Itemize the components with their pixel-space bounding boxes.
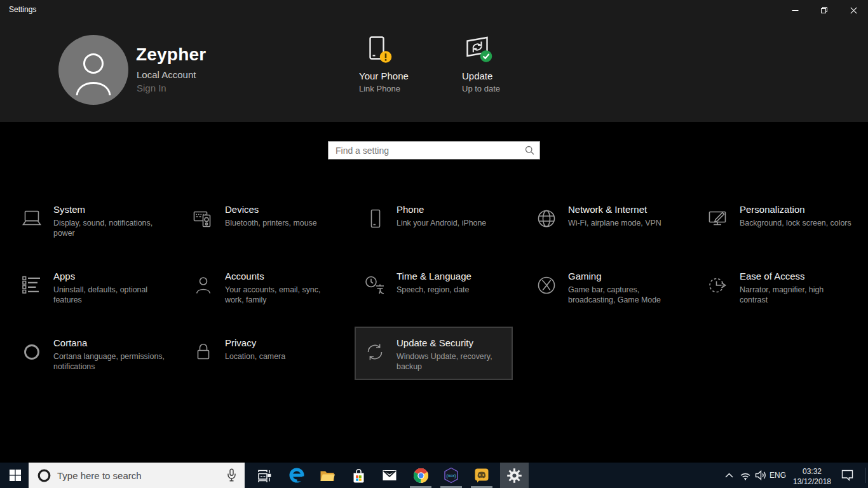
restore-button[interactable] <box>810 0 839 20</box>
tile-subtitle: Speech, region, date <box>397 285 510 295</box>
tile-subtitle: Your accounts, email, sync, work, family <box>225 285 338 305</box>
search-icon[interactable] <box>524 146 539 155</box>
tile-personalization[interactable]: Personalization Background, lock screen,… <box>698 193 856 247</box>
tile-apps[interactable]: Apps Uninstall, defaults, optional featu… <box>11 260 170 313</box>
discord-icon <box>473 467 490 484</box>
gear-icon <box>506 468 522 484</box>
tile-phone[interactable]: Phone Link your Android, iPhone <box>355 193 513 247</box>
ease-of-access-icon <box>707 274 729 296</box>
action-center-button[interactable] <box>837 463 857 488</box>
tray-wifi-button[interactable] <box>738 463 753 488</box>
xbox-icon <box>536 274 557 296</box>
tile-title: Time & Language <box>397 270 513 283</box>
taskbar: Type here to search <box>0 463 868 488</box>
tile-subtitle: Background, lock screen, colors <box>740 218 853 228</box>
person-icon <box>58 35 128 105</box>
taskbar-search[interactable]: Type here to search <box>29 463 245 488</box>
tile-time-language[interactable]: Time & Language Speech, region, date <box>355 260 513 313</box>
wifi-icon <box>740 471 751 480</box>
windows-logo-icon <box>10 470 21 481</box>
cortana-icon <box>37 469 51 482</box>
personalization-icon <box>707 208 729 229</box>
start-button[interactable] <box>0 463 31 488</box>
phone-icon <box>364 208 386 229</box>
tile-subtitle: Link your Android, iPhone <box>397 218 510 228</box>
laptop-icon <box>21 208 43 229</box>
window-title: Settings <box>9 5 36 14</box>
file-explorer-button[interactable] <box>313 463 341 488</box>
tile-title: Network & Internet <box>568 203 684 216</box>
tile-subtitle: Location, camera <box>225 351 338 362</box>
update-ok-icon <box>466 36 492 63</box>
tray-clock-button[interactable]: 03:32 13/12/2018 <box>790 463 834 488</box>
tile-title: Privacy <box>225 337 341 349</box>
chrome-icon <box>413 468 429 484</box>
minimize-button[interactable] <box>780 0 810 20</box>
tile-gaming[interactable]: Gaming Game bar, captures, broadcasting,… <box>526 260 684 313</box>
tile-title: Personalization <box>740 203 856 216</box>
tile-title: Gaming <box>568 270 684 283</box>
mail-icon <box>381 467 398 484</box>
taskbar-search-placeholder: Type here to search <box>57 470 226 481</box>
svg-text:(nox): (nox) <box>447 473 456 478</box>
cortana-circle-icon <box>21 341 43 363</box>
chrome-button[interactable] <box>407 463 435 488</box>
close-button[interactable] <box>839 0 868 20</box>
settings-taskbar-button[interactable] <box>500 463 529 488</box>
find-setting-searchbox <box>328 141 540 159</box>
restore-icon <box>820 6 828 14</box>
tile-subtitle: Narrator, magnifier, high contrast <box>740 285 853 305</box>
task-view-icon <box>257 468 271 483</box>
tile-subtitle: Game bar, captures, broadcasting, Game M… <box>568 285 681 305</box>
tray-date: 13/12/2018 <box>793 477 831 487</box>
tile-devices[interactable]: Devices Bluetooth, printers, mouse <box>183 193 341 247</box>
volume-icon <box>755 470 767 480</box>
person-icon <box>193 274 214 296</box>
sign-in-link[interactable]: Sign In <box>137 83 166 93</box>
find-setting-input[interactable] <box>329 146 524 156</box>
user-account-type: Local Account <box>137 69 196 80</box>
tile-privacy[interactable]: Privacy Location, camera <box>183 327 341 380</box>
tile-system[interactable]: System Display, sound, notifications, po… <box>11 193 170 247</box>
tile-ease-of-access[interactable]: Ease of Access Narrator, magnifier, high… <box>698 260 856 313</box>
task-view-button[interactable] <box>250 463 278 488</box>
tile-title: Cortana <box>53 337 170 349</box>
file-explorer-icon <box>319 467 336 484</box>
mail-button[interactable] <box>376 463 403 488</box>
nox-button[interactable]: (nox) <box>437 463 465 488</box>
devices-icon <box>193 208 214 229</box>
tile-title: Phone <box>397 203 513 216</box>
settings-header: Settings Zeypher Local Account Sign In <box>0 0 868 122</box>
tile-title: Devices <box>225 203 341 216</box>
tile-network-internet[interactable]: Network & Internet Wi-Fi, airplane mode,… <box>526 193 684 247</box>
tile-subtitle: Bluetooth, printers, mouse <box>225 218 338 228</box>
language-indicator: ENG <box>770 471 786 480</box>
clock-language-icon <box>364 274 386 296</box>
tile-title: Update & Security <box>397 337 513 349</box>
tray-language-button[interactable]: ENG <box>768 463 787 488</box>
lock-icon <box>193 341 214 363</box>
tile-subtitle: Display, sound, notifications, power <box>53 218 166 238</box>
edge-icon <box>288 467 305 484</box>
edge-button[interactable] <box>283 463 311 488</box>
discord-button[interactable] <box>468 463 496 488</box>
microphone-icon[interactable] <box>226 468 237 482</box>
tile-title: Ease of Access <box>740 270 856 283</box>
quick-status-title: Update <box>462 71 492 81</box>
tile-accounts[interactable]: Accounts Your accounts, email, sync, wor… <box>183 260 341 313</box>
tile-update-security[interactable]: Update & Security Windows Update, recove… <box>355 327 513 380</box>
tray-volume-button[interactable] <box>753 463 768 488</box>
tile-cortana[interactable]: Cortana Cortana language, permissions, n… <box>11 327 170 380</box>
quick-status-subtitle: Up to date <box>462 84 500 93</box>
store-button[interactable] <box>344 463 372 488</box>
sync-icon <box>364 341 386 363</box>
settings-window: Settings Zeypher Local Account Sign In <box>0 0 868 463</box>
minimize-icon <box>792 7 799 14</box>
action-center-icon <box>841 470 853 481</box>
user-name: Zeypher <box>136 44 206 65</box>
tray-chevron-button[interactable] <box>720 463 738 488</box>
tray-time: 03:32 <box>793 466 831 477</box>
tile-subtitle: Windows Update, recovery, backup <box>397 351 510 372</box>
store-icon <box>351 468 367 484</box>
show-desktop-button[interactable] <box>865 468 865 483</box>
